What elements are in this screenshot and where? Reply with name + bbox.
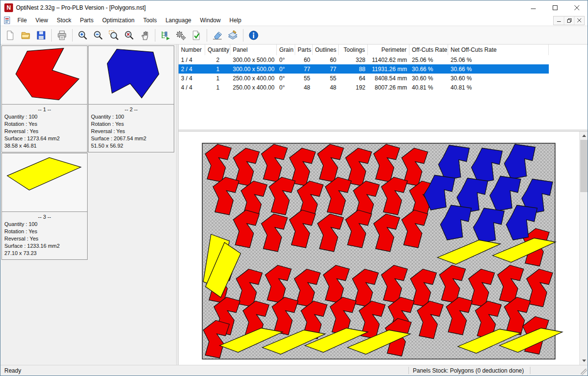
menu-item-window[interactable]: Window [196, 15, 225, 25]
scroll-down-button[interactable] [580, 357, 588, 365]
table-cell: 300.00 x 500.00 [230, 66, 277, 73]
mdi-close-button[interactable] [574, 16, 584, 25]
part-quantity: Quantity : 100 [4, 221, 85, 228]
table-cell: 48 [313, 84, 339, 91]
toolbar [0, 26, 588, 45]
table-cell: 0° [277, 66, 295, 73]
zoom-window-button[interactable] [106, 28, 121, 43]
open-button[interactable] [18, 28, 33, 43]
mdi-restore-icon [567, 18, 572, 23]
parts-panel: -- 1 -- Quantity : 100 Rotation : Yes Re… [0, 45, 176, 365]
part-surface: Surface : 1273.64 mm2 [4, 135, 85, 142]
close-button[interactable] [566, 0, 588, 15]
window-title: OptiNest 2.32g – Pro-PLB Version - [Poly… [16, 4, 146, 11]
menu-item-file[interactable]: File [13, 15, 31, 25]
preview-vertical-scrollbar[interactable] [579, 132, 588, 365]
zoom-extents-icon [123, 30, 135, 41]
column-header-off-cuts-rate[interactable]: Off-Cuts Rate [409, 45, 448, 55]
zoom-out-button[interactable] [90, 28, 106, 43]
part-card-3[interactable]: -- 3 -- Quantity : 100 Rotation : Yes Re… [1, 153, 88, 260]
menu-item-language[interactable]: Language [161, 15, 196, 25]
part-card-1[interactable]: -- 1 -- Quantity : 100 Rotation : Yes Re… [1, 45, 88, 152]
status-right-pane [530, 365, 588, 376]
menu-item-view[interactable]: View [31, 15, 52, 25]
column-header-panel[interactable]: Panel [230, 45, 277, 55]
optimization-settings-button[interactable] [173, 28, 189, 43]
table-cell: 60 [295, 57, 313, 63]
stock-layers-icon [227, 30, 239, 41]
menu-item-optimization[interactable]: Optimization [98, 15, 139, 25]
menu-item-tools[interactable]: Tools [139, 15, 161, 25]
table-row-4[interactable]: 4 / 41250.00 x 400.000°48481928007.26 mm… [179, 83, 549, 92]
document-icon [3, 16, 11, 24]
menu-item-parts[interactable]: Parts [75, 15, 98, 25]
part-1-preview [1, 45, 88, 105]
table-cell: 328 [339, 57, 368, 63]
optimization-parameters-icon [160, 30, 171, 41]
table-cell: 2 [205, 57, 230, 63]
toolbar-separator [51, 29, 52, 42]
zoom-window-icon [108, 30, 120, 41]
maximize-button[interactable] [544, 0, 566, 15]
resize-grip-icon[interactable] [581, 369, 587, 375]
title-bar[interactable]: N OptiNest 2.32g – Pro-PLB Version - [Po… [0, 0, 588, 15]
table-row-1[interactable]: 1 / 42300.00 x 500.000°606032811402.62 m… [179, 55, 549, 64]
part-card-2[interactable]: -- 2 -- Quantity : 100 Rotation : Yes Re… [88, 45, 174, 152]
save-button[interactable] [33, 28, 49, 43]
optimization-parameters-button[interactable] [158, 28, 173, 43]
table-cell: 30.60 % [448, 75, 549, 82]
new-button[interactable] [2, 28, 18, 43]
triangle-up-icon [582, 135, 586, 137]
table-row-3[interactable]: 3 / 41250.00 x 400.000°5555648408.54 mm3… [179, 74, 549, 83]
column-header-toolings[interactable]: Toolings [339, 45, 368, 55]
table-row-2[interactable]: 2 / 41300.00 x 500.000°77778811931.26 mm… [179, 64, 549, 74]
table-cell: 55 [313, 75, 339, 82]
table-cell: 0° [277, 57, 295, 63]
column-header-grain[interactable]: Grain [277, 45, 295, 55]
table-cell: 4 / 4 [179, 84, 205, 91]
status-bar: Ready Panels Stock: Polygons (0 deductio… [0, 365, 588, 376]
part-polygon [107, 49, 159, 98]
table-cell: 1 [205, 84, 230, 91]
column-header-quantity[interactable]: Quantity [205, 45, 230, 55]
erase-nesting-button[interactable] [210, 28, 225, 43]
toolbar-separator [72, 29, 73, 42]
column-header-perimeter[interactable]: Perimeter [368, 45, 409, 55]
zoom-in-button[interactable] [75, 28, 90, 43]
column-header-outlines[interactable]: Outlines [313, 45, 339, 55]
nesting-canvas[interactable] [179, 132, 579, 365]
table-cell: 55 [295, 75, 313, 82]
table-cell: 60 [313, 57, 339, 63]
status-panels-stock: Panels Stock: Polygons (0 deduction done… [409, 367, 530, 374]
stock-layers-button[interactable] [225, 28, 241, 43]
menu-items-container: FileViewStockPartsOptimizationToolsLangu… [13, 17, 246, 24]
table-cell: 48 [295, 84, 313, 91]
save-icon [35, 30, 47, 41]
zoom-extents-button[interactable] [121, 28, 137, 43]
maximize-icon [553, 5, 558, 10]
mdi-restore-button[interactable] [564, 16, 574, 25]
table-cell: 8007.26 mm [368, 84, 409, 91]
column-header-number[interactable]: Number [179, 45, 205, 55]
column-header-parts[interactable]: Parts [295, 45, 313, 55]
mdi-minimize-button[interactable] [554, 16, 564, 25]
scroll-thumb[interactable] [580, 140, 588, 192]
status-ready: Ready [0, 367, 408, 374]
close-icon [574, 5, 579, 10]
menu-item-stock[interactable]: Stock [52, 15, 75, 25]
info-button[interactable] [246, 28, 261, 43]
scroll-up-button[interactable] [580, 132, 588, 140]
table-cell: 30.60 % [409, 75, 448, 82]
column-header-net-off-cuts-rate[interactable]: Net Off-Cuts Rate [448, 45, 549, 55]
part-reversal: Reversal : Yes [4, 235, 85, 242]
pan-button[interactable] [137, 28, 152, 43]
part-reversal: Reversal : Yes [91, 128, 171, 135]
run-optimization-button[interactable] [189, 28, 204, 43]
part-label: -- 1 -- [4, 106, 85, 113]
table-cell: 30.66 % [448, 66, 549, 73]
zoom-in-icon [77, 30, 89, 41]
window-controls [522, 0, 588, 15]
print-button[interactable] [54, 28, 70, 43]
menu-item-help[interactable]: Help [225, 15, 246, 25]
minimize-button[interactable] [522, 0, 544, 15]
